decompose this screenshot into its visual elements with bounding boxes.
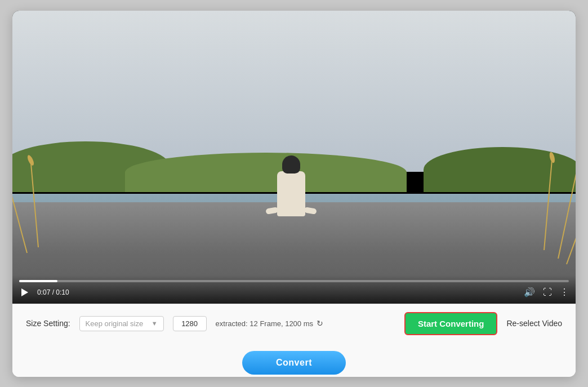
play-icon: [21, 288, 28, 296]
controls-left: 0:07 / 0:10: [19, 287, 69, 298]
chevron-down-icon: ▼: [152, 320, 158, 327]
start-converting-button[interactable]: Start Converting: [404, 312, 498, 335]
hill-mid: [125, 153, 407, 192]
video-scene: [12, 11, 576, 304]
progress-bar[interactable]: [19, 280, 569, 282]
video-container: 0:07 / 0:10 🔊 ⛶ ⋮: [12, 11, 576, 304]
play-button[interactable]: [19, 287, 30, 298]
controls-row: 0:07 / 0:10 🔊 ⛶ ⋮: [19, 287, 569, 298]
video-controls: 0:07 / 0:10 🔊 ⛶ ⋮: [12, 275, 576, 304]
size-select-dropdown[interactable]: Keep original size ▼: [79, 316, 164, 331]
size-select-value: Keep original size: [86, 319, 144, 328]
more-options-icon[interactable]: ⋮: [560, 287, 569, 297]
fullscreen-icon[interactable]: ⛶: [543, 287, 552, 297]
extracted-text: extracted: 12 Frame, 1200 ms: [216, 319, 313, 328]
controls-right: 🔊 ⛶ ⋮: [524, 287, 569, 297]
extracted-info: extracted: 12 Frame, 1200 ms ↻: [216, 319, 323, 328]
main-card: 0:07 / 0:10 🔊 ⛶ ⋮ Size Setting: Keep ori…: [12, 11, 576, 377]
volume-icon[interactable]: 🔊: [524, 287, 535, 297]
person-head: [282, 155, 300, 174]
width-input[interactable]: [173, 316, 207, 331]
person-body: [277, 171, 305, 216]
convert-button[interactable]: Convert: [242, 351, 346, 375]
reselect-video-button[interactable]: Re-select Video: [506, 319, 562, 328]
refresh-icon[interactable]: ↻: [317, 319, 323, 328]
time-display: 0:07 / 0:10: [37, 288, 69, 296]
bottom-toolbar: Size Setting: Keep original size ▼ extra…: [12, 304, 576, 343]
size-setting-label: Size Setting:: [26, 319, 70, 328]
progress-fill: [19, 280, 57, 282]
convert-button-row: Convert: [12, 343, 576, 377]
person-figure: [277, 171, 305, 216]
